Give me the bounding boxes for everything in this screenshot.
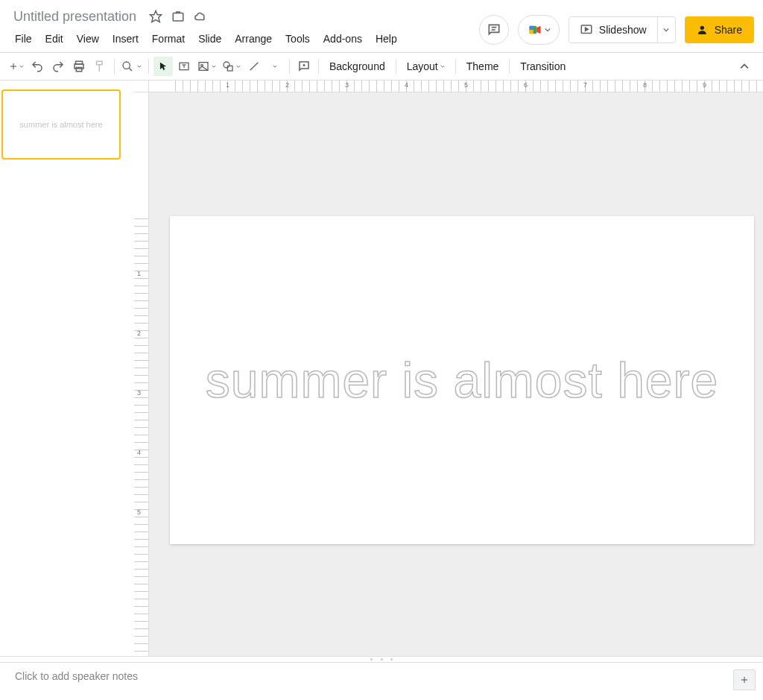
textbox-tool[interactable] [174,57,194,76]
svg-line-16 [129,68,132,71]
ruler-h-number: 8 [643,81,647,89]
slideshow-button-group: Slideshow [569,16,676,43]
layout-button[interactable]: Layout [401,60,451,72]
menu-slide[interactable]: Slide [192,30,227,48]
ruler-corner [134,81,149,92]
toolbar-separator [509,59,510,74]
shape-tool[interactable] [220,57,243,76]
svg-rect-6 [529,30,533,34]
ruler-v-number: 1 [137,270,141,277]
menu-file[interactable]: File [9,30,38,48]
menu-arrange[interactable]: Arrange [229,30,278,48]
menu-help[interactable]: Help [370,30,403,48]
speaker-notes[interactable]: Click to add speaker notes [0,662,763,695]
header-left: Untitled presentation File Edit View Ins… [9,6,403,52]
person-add-icon [697,24,709,36]
menu-tools[interactable]: Tools [279,30,316,48]
ruler-h-number: 2 [285,81,289,89]
ruler-horizontal[interactable]: 1 2 3 4 5 6 7 8 9 [149,81,763,92]
meet-button[interactable] [518,15,560,45]
ruler-v-number: 4 [137,449,141,456]
ruler-h-number: 3 [345,81,349,89]
present-icon [580,23,593,37]
select-tool[interactable] [153,57,173,76]
notes-resize-handle[interactable] [0,656,763,662]
slideshow-button[interactable]: Slideshow [569,17,657,42]
svg-point-15 [123,62,130,69]
print-button[interactable] [69,57,89,76]
svg-marker-7 [536,26,540,34]
ruler-h-number: 5 [464,81,468,89]
share-button[interactable]: Share [685,16,754,43]
image-tool[interactable] [195,57,218,76]
toolbar-separator [318,59,319,74]
bottom-bar [0,695,763,698]
line-tool[interactable] [244,57,264,76]
zoom-button[interactable] [119,57,144,76]
toolbar-separator [289,59,290,74]
thumbnail-text: summer is almost here [19,120,102,129]
toolbar: Background Layout Theme Transition [0,52,763,81]
redo-button[interactable] [48,57,68,76]
paint-format-button [90,57,110,76]
ruler-h-number: 9 [703,81,706,89]
new-slide-button[interactable] [6,57,26,76]
chevron-down-icon [545,27,551,33]
ruler-h-number: 4 [405,81,408,89]
explore-button[interactable] [733,669,756,690]
comment-tool[interactable] [294,57,314,76]
header: Untitled presentation File Edit View Ins… [0,0,763,52]
workspace: summer is almost here 1 2 3 4 5 6 7 8 9 … [0,81,763,656]
svg-rect-23 [227,66,232,71]
collapse-toolbar-button[interactable] [735,57,754,76]
toolbar-separator [396,59,396,74]
star-icon[interactable] [148,9,163,24]
slide-thumbnail-1[interactable]: summer is almost here [1,89,121,160]
chevron-down-icon [663,27,669,33]
menu-bar: File Edit View Insert Format Slide Arran… [9,27,403,52]
ruler-h-number: 1 [226,81,229,89]
comments-button[interactable] [479,15,509,45]
transition-button[interactable]: Transition [514,60,572,72]
ruler-v-number: 2 [137,329,141,337]
menu-view[interactable]: View [71,30,105,48]
cloud-status-icon[interactable] [193,9,208,24]
ruler-v-number: 5 [137,508,141,516]
svg-line-24 [250,63,259,71]
notes-placeholder: Click to add speaker notes [15,670,748,682]
slide-canvas[interactable]: summer is almost here [170,216,754,544]
slide-title-text[interactable]: summer is almost here [206,352,719,409]
svg-point-22 [224,62,229,68]
svg-rect-5 [529,26,533,30]
menu-edit[interactable]: Edit [39,30,69,48]
layout-label: Layout [407,60,438,72]
title-row: Untitled presentation [9,6,403,27]
svg-marker-9 [585,28,588,31]
slideshow-dropdown[interactable] [657,17,675,42]
ruler-vertical[interactable]: 1 2 3 4 5 [134,92,149,656]
toolbar-separator [148,59,149,74]
menu-format[interactable]: Format [146,30,191,48]
move-icon[interactable] [171,9,186,24]
background-button[interactable]: Background [323,60,391,72]
line-dropdown[interactable] [265,57,285,76]
menu-insert[interactable]: Insert [107,30,145,48]
filmstrip[interactable]: summer is almost here [0,81,134,656]
theme-button[interactable]: Theme [460,60,505,72]
undo-button[interactable] [28,57,47,76]
ruler-h-number: 6 [524,81,528,89]
share-label: Share [715,24,742,36]
menu-addons[interactable]: Add-ons [317,30,368,48]
toolbar-separator [455,59,456,74]
canvas-area: 1 2 3 4 5 6 7 8 9 1 2 3 4 5 summer is al… [134,81,763,656]
canvas-body: 1 2 3 4 5 summer is almost here [134,92,763,656]
header-right: Slideshow Share [479,6,754,45]
slide-area[interactable]: summer is almost here [149,92,763,656]
svg-rect-1 [173,13,183,22]
ruler-v-number: 3 [137,389,141,397]
svg-point-10 [700,26,703,30]
ruler-h-number: 7 [583,81,587,89]
document-title[interactable]: Untitled presentation [9,7,141,26]
slideshow-label: Slideshow [599,24,647,36]
svg-rect-14 [97,61,103,65]
